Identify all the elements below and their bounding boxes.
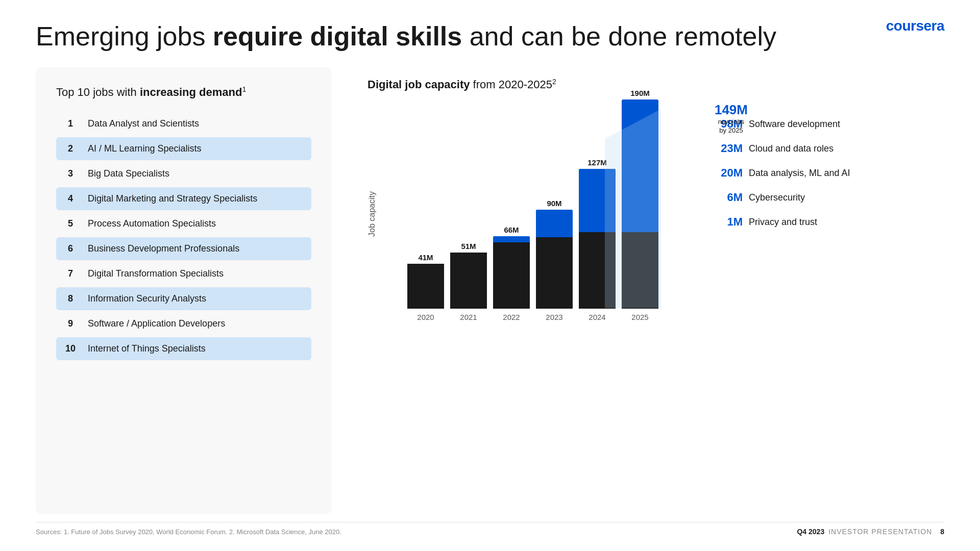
bar-stack [622, 99, 658, 309]
bar-label-top: 127M [587, 158, 607, 167]
bar-label-top: 41M [418, 253, 433, 262]
annotation-text: new jobs by 2025 [715, 118, 748, 135]
legend-value: 20M [715, 166, 743, 180]
bar-label-top: 90M [547, 199, 561, 208]
legend-text: Privacy and trust [749, 215, 817, 228]
bar-stack [536, 210, 573, 309]
job-name: Business Development Professionals [88, 243, 239, 254]
job-item: 6Business Development Professionals [56, 237, 311, 260]
legend-item: 23MCloud and data roles [715, 142, 850, 155]
job-number: 10 [63, 343, 78, 354]
annotation-value: 149M [715, 102, 748, 118]
job-number: 2 [63, 143, 78, 154]
job-item: 9Software / Application Developers [56, 312, 311, 335]
footer-page: 8 [940, 528, 944, 536]
bar-group: 127M2024 [579, 158, 616, 321]
coursera-logo: coursera [886, 18, 944, 34]
bar-year: 2021 [460, 313, 477, 321]
job-number: 3 [63, 168, 78, 179]
chart-area: Job capacity 41M202051M202166M202290M202… [368, 107, 929, 321]
main-content: Top 10 jobs with increasing demand1 1Dat… [36, 67, 944, 514]
job-name: Internet of Things Specialists [88, 343, 206, 354]
bar-stack [407, 264, 444, 309]
legend-value: 1M [715, 215, 743, 229]
bar-dark [579, 232, 616, 309]
job-item: 5Process Automation Specialists [56, 212, 311, 235]
bar-blue [493, 236, 530, 242]
job-name: Process Automation Specialists [88, 218, 216, 229]
footer-right: Q4 2023 INVESTOR PRESENTATION 8 [797, 528, 944, 536]
bar-dark [622, 232, 658, 309]
bar-dark [450, 253, 487, 309]
bar-label-top: 51M [461, 242, 476, 251]
bar-group: 90M2023 [536, 199, 573, 321]
bar-label-top: 66M [504, 226, 519, 234]
job-name: Digital Transformation Specialists [88, 268, 224, 279]
annotation-box: 149M new jobs by 2025 [715, 102, 748, 135]
bar-stack [579, 169, 616, 309]
bar-blue [536, 210, 573, 237]
bar-chart: 41M202051M202166M202290M2023127M2024190M… [407, 107, 658, 321]
bar-group: 51M2021 [450, 242, 487, 321]
bar-blue [579, 169, 616, 232]
legend-text: Software development [749, 117, 840, 130]
right-panel: Digital job capacity from 2020-20252 Job… [352, 67, 944, 514]
job-number: 6 [63, 243, 78, 254]
page-title: Emerging jobs require digital skills and… [36, 20, 944, 52]
y-axis-label: Job capacity [368, 191, 377, 237]
page-container: coursera Emerging jobs require digital s… [0, 0, 980, 551]
bar-stack [450, 253, 487, 309]
left-panel-title: Top 10 jobs with increasing demand1 [56, 85, 311, 99]
bar-dark [536, 237, 573, 309]
job-item: 1Data Analyst and Scientists [56, 112, 311, 135]
bar-dark [407, 264, 444, 309]
legend-item: 6MCybersecurity [715, 191, 850, 204]
bar-group: 66M2022 [493, 226, 530, 321]
bar-dark [493, 242, 530, 309]
job-number: 4 [63, 193, 78, 204]
bar-group: 41M2020 [407, 253, 444, 321]
job-item: 2AI / ML Learning Specialists [56, 137, 311, 160]
job-name: Data Analyst and Scientists [88, 118, 199, 129]
bar-group: 190M2025 [622, 89, 658, 321]
legend-item: 20MData analysis, ML and AI [715, 166, 850, 180]
bar-year: 2025 [631, 313, 648, 321]
legend-value: 23M [715, 142, 743, 155]
legend-text: Data analysis, ML and AI [749, 166, 850, 179]
legend-item: 1MPrivacy and trust [715, 215, 850, 229]
footer-sources: Sources: 1. Future of Jobs Survey 2020, … [36, 528, 341, 536]
left-panel: Top 10 jobs with increasing demand1 1Dat… [36, 67, 332, 514]
job-number: 9 [63, 318, 78, 329]
bar-year: 2020 [417, 313, 434, 321]
bar-stack [493, 236, 530, 309]
footer-quarter: Q4 2023 [797, 528, 824, 536]
footer-presentation: INVESTOR PRESENTATION [828, 528, 932, 536]
legend-text: Cloud and data roles [749, 142, 834, 154]
job-item: 8Information Security Analysts [56, 287, 311, 310]
job-name: Digital Marketing and Strategy Specialis… [88, 193, 257, 204]
job-name: Big Data Specialists [88, 168, 169, 179]
bar-blue [622, 99, 658, 232]
job-item: 7Digital Transformation Specialists [56, 262, 311, 285]
bar-year: 2023 [546, 313, 562, 321]
job-item: 4Digital Marketing and Strategy Speciali… [56, 187, 311, 210]
job-number: 7 [63, 268, 78, 279]
bar-year: 2024 [589, 313, 605, 321]
job-number: 8 [63, 293, 78, 304]
footer: Sources: 1. Future of Jobs Survey 2020, … [36, 522, 944, 536]
legend-value: 6M [715, 191, 743, 204]
bar-year: 2022 [503, 313, 520, 321]
job-number: 5 [63, 218, 78, 229]
legend-text: Cybersecurity [749, 191, 805, 203]
job-name: AI / ML Learning Specialists [88, 143, 201, 154]
job-item: 3Big Data Specialists [56, 162, 311, 185]
job-name: Software / Application Developers [88, 318, 225, 329]
job-item: 10Internet of Things Specialists [56, 337, 311, 360]
job-list: 1Data Analyst and Scientists2AI / ML Lea… [56, 112, 311, 360]
job-name: Information Security Analysts [88, 293, 206, 304]
bar-label-top: 190M [630, 89, 650, 97]
job-number: 1 [63, 118, 78, 129]
